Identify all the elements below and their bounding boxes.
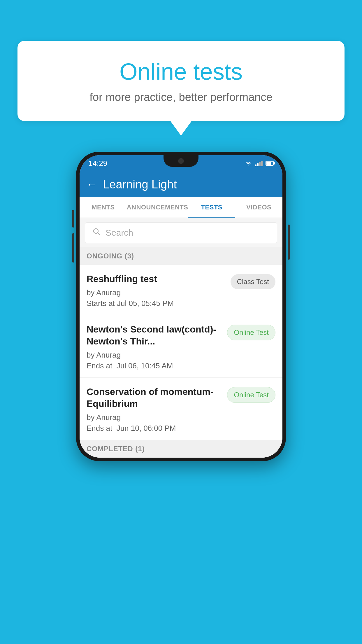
test-item[interactable]: Newton's Second law(contd)-Newton's Thir… xyxy=(80,315,282,378)
front-camera xyxy=(178,158,184,164)
test-badge-online: Online Test xyxy=(227,387,275,403)
ongoing-section-header: ONGOING (3) xyxy=(80,247,282,265)
back-button[interactable]: ← xyxy=(87,178,97,190)
app-header: ← Learning Light xyxy=(80,172,282,197)
phone-wrapper: 14:29 xyxy=(76,152,286,461)
notch xyxy=(164,155,198,167)
power-button xyxy=(288,225,290,260)
bubble-title: Online tests xyxy=(41,58,321,85)
tab-assignments[interactable]: MENTS xyxy=(80,197,127,218)
search-container: Search xyxy=(80,218,282,247)
search-icon xyxy=(92,227,101,238)
status-icons xyxy=(245,160,274,166)
test-item[interactable]: Reshuffling test by Anurag Starts at Jul… xyxy=(80,265,282,315)
test-by: by Anurag xyxy=(87,351,222,360)
test-by: by Anurag xyxy=(87,288,226,297)
tab-announcements[interactable]: ANNOUNCEMENTS xyxy=(127,197,188,218)
speech-bubble: Online tests for more practice, better p… xyxy=(17,41,345,121)
search-placeholder: Search xyxy=(106,228,133,238)
tabs-bar: MENTS ANNOUNCEMENTS TESTS VIDEOS xyxy=(80,197,282,218)
status-bar: 14:29 xyxy=(80,155,282,172)
test-item[interactable]: Conservation of momentum-Equilibrium by … xyxy=(80,378,282,440)
test-time: Ends at Jul 06, 10:45 AM xyxy=(87,361,222,370)
test-time: Ends at Jun 10, 06:00 PM xyxy=(87,424,222,433)
speech-bubble-section: Online tests for more practice, better p… xyxy=(17,41,345,121)
svg-line-1 xyxy=(98,233,100,235)
tab-videos[interactable]: VIDEOS xyxy=(235,197,282,218)
completed-section-header: COMPLETED (1) xyxy=(80,440,282,458)
phone-frame: 14:29 xyxy=(76,152,286,461)
signal-icon xyxy=(255,160,263,166)
wifi-icon xyxy=(245,160,252,166)
test-badge-class: Class Test xyxy=(231,274,275,289)
app-title: Learning Light xyxy=(103,178,177,191)
bubble-subtitle: for more practice, better performance xyxy=(41,91,321,104)
volume-down-button xyxy=(72,233,74,262)
test-info: Conservation of momentum-Equilibrium by … xyxy=(87,386,227,433)
test-badge-online: Online Test xyxy=(227,325,275,340)
status-time: 14:29 xyxy=(88,159,107,168)
volume-up-button xyxy=(72,210,74,228)
test-info: Reshuffling test by Anurag Starts at Jul… xyxy=(87,273,231,308)
test-by: by Anurag xyxy=(87,413,222,422)
phone-screen: 14:29 xyxy=(80,155,282,458)
test-name: Newton's Second law(contd)-Newton's Thir… xyxy=(87,323,222,348)
test-name: Reshuffling test xyxy=(87,273,226,285)
search-bar[interactable]: Search xyxy=(85,222,277,243)
test-name: Conservation of momentum-Equilibrium xyxy=(87,386,222,410)
tab-tests[interactable]: TESTS xyxy=(188,197,235,218)
test-list: Reshuffling test by Anurag Starts at Jul… xyxy=(80,265,282,440)
battery-icon xyxy=(266,161,274,166)
test-time: Starts at Jul 05, 05:45 PM xyxy=(87,299,226,308)
test-info: Newton's Second law(contd)-Newton's Thir… xyxy=(87,323,227,370)
